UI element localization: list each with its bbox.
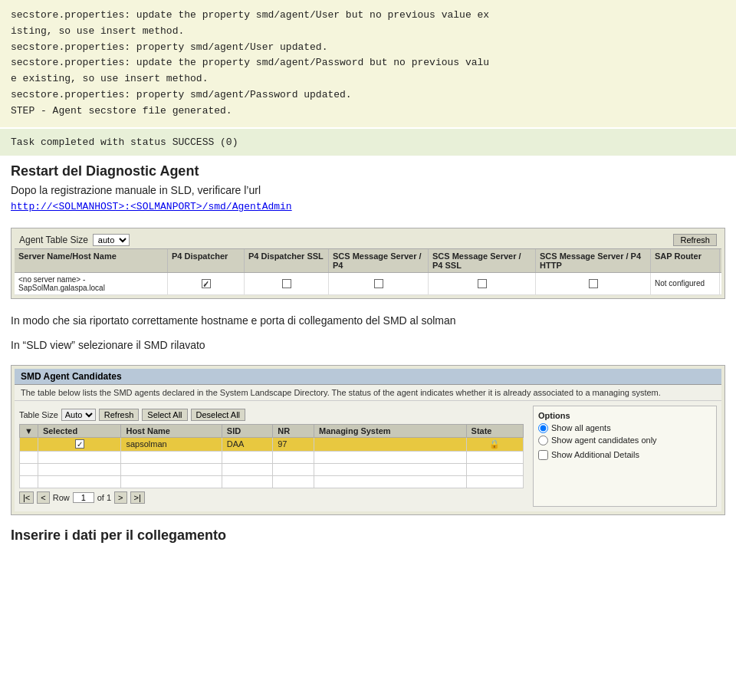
code-line-7: STEP - Agent secstore file generated. [11, 104, 725, 120]
col-managing-system: Managing System [314, 424, 467, 437]
col-filter-icon: ▼ [20, 424, 38, 437]
success-text: Task completed with status SUCCESS (0) [11, 136, 238, 148]
scs-checkbox [374, 279, 383, 288]
col-scs-msg-server-http: SCS Message Server / P4 HTTP [536, 249, 651, 272]
agent-row-p4ssl [245, 273, 329, 294]
sld-table-header-row: ▼ Selected Host Name SID NR Managing Sys… [20, 424, 524, 437]
agent-table-screenshot: Agent Table Size auto Refresh Server Nam… [11, 228, 725, 299]
row-host-cell: sapsolman [121, 437, 222, 451]
pag-first-button[interactable]: |< [19, 491, 34, 504]
sld-title-bar: SMD Agent Candidates [15, 369, 721, 385]
code-block: secstore.properties: update the property… [0, 0, 736, 127]
agent-table-toolbar: Agent Table Size auto Refresh [15, 232, 721, 248]
sld-toolbar: Table Size Auto Refresh Select All Desel… [19, 406, 524, 424]
sld-left: Table Size Auto Refresh Select All Desel… [15, 401, 528, 511]
radio-show-all[interactable] [538, 423, 548, 433]
pag-prev-button[interactable]: < [37, 491, 49, 504]
row-checkbox-checked: ✓ [75, 439, 84, 449]
scshttp-checkbox [589, 279, 598, 288]
agent-table-size-label: Agent Table Size [19, 235, 88, 245]
scsssl-checkbox [478, 279, 487, 288]
agent-row-scs [329, 273, 429, 294]
pag-row-label: Row [53, 493, 70, 502]
agent-table-wrap: Agent Table Size auto Refresh Server Nam… [12, 228, 724, 298]
sld-table-row-empty-2 [20, 463, 524, 475]
col-server-name: Server Name/Host Name [15, 249, 168, 272]
row-selected-cell: ✓ [38, 437, 121, 451]
agent-table-toolbar-left: Agent Table Size auto [19, 234, 130, 246]
row-filter-cell [20, 437, 38, 451]
sld-table-row-empty-1 [20, 451, 524, 463]
agent-table-size-select[interactable]: auto [93, 234, 130, 246]
code-line-6: secstore.properties: property smd/agent/… [11, 87, 725, 104]
agent-row-saprouter: Not configured [651, 273, 720, 294]
col-state: State [466, 424, 523, 437]
sld-view-text: In “SLD view” selezionare il SMD rilavat… [11, 339, 725, 351]
checkbox-additional-details-label: Show Additional Details [551, 450, 639, 459]
pag-next-button[interactable]: > [114, 491, 127, 504]
section-restart-link[interactable]: http://<SOLMANHOST>:<SOLMANPORT>/smd/Age… [11, 201, 292, 212]
p4ssl-checkbox [282, 279, 291, 288]
sld-description: The table below lists the SMD agents dec… [15, 385, 721, 401]
sld-deselect-all-button[interactable]: Deselect All [191, 409, 245, 421]
agent-row-p4: ✓ [168, 273, 245, 294]
col-nr: NR [273, 424, 314, 437]
success-block: Task completed with status SUCCESS (0) [0, 129, 736, 156]
agent-table-refresh-button[interactable]: Refresh [673, 234, 717, 246]
bottom-section: Inserire i dati per il collegamento [0, 520, 736, 551]
sld-table-row-empty-3 [20, 475, 524, 488]
sld-main-table: ▼ Selected Host Name SID NR Managing Sys… [19, 424, 524, 488]
section-sld-view: In “SLD view” selezionare il SMD rilavat… [0, 337, 736, 357]
sld-options-panel: Options Show all agents Show agent candi… [533, 406, 717, 507]
p4-checkbox: ✓ [202, 279, 211, 288]
col-scs-msg-server-ssl: SCS Message Server / P4 SSL [429, 249, 536, 272]
sld-checkbox-row[interactable]: Show Additional Details [538, 450, 711, 460]
sld-pagination: |< < Row of 1 > >| [19, 488, 524, 507]
agent-table-header: Server Name/Host Name P4 Dispatcher P4 D… [15, 248, 721, 273]
pag-last-button[interactable]: >| [130, 491, 145, 504]
section-restart-text: Dopo la registrazione manuale in SLD, ve… [11, 184, 725, 196]
code-line-1: secstore.properties: update the property… [11, 8, 725, 24]
sld-options-title: Options [538, 411, 711, 420]
sld-radio-row-1[interactable]: Show all agents [538, 423, 711, 433]
sld-body: Table Size Auto Refresh Select All Desel… [15, 401, 721, 511]
hostname-check-text: In modo che sia riportato correttamente … [11, 314, 725, 327]
col-p4-dispatcher: P4 Dispatcher [168, 249, 245, 272]
col-sid: SID [222, 424, 272, 437]
row-sid-cell: DAA [222, 437, 272, 451]
col-selected: Selected [38, 424, 121, 437]
col-scs-msg-server: SCS Message Server / P4 [329, 249, 429, 272]
sld-container: SMD Agent Candidates The table below lis… [12, 366, 724, 514]
sld-table-row-selected[interactable]: ✓ sapsolman DAA 97 🔒 [20, 437, 524, 451]
code-line-3: secstore.properties: property smd/agent/… [11, 40, 725, 56]
col-p4-dispatcher-ssl: P4 Dispatcher SSL [245, 249, 329, 272]
radio-candidates-only-label: Show agent candidates only [551, 435, 657, 445]
code-line-2: isting, so use insert method. [11, 24, 725, 40]
section-restart-heading: Restart del Diagnostic Agent [11, 163, 725, 179]
sld-screenshot: SMD Agent Candidates The table below lis… [11, 365, 725, 515]
code-line-5: e existing, so use insert method. [11, 71, 725, 87]
sld-select-all-button[interactable]: Select All [142, 409, 187, 421]
agent-table-row: <no server name> - SapSolMan.galaspa.loc… [15, 273, 721, 295]
code-line-4: secstore.properties: update the property… [11, 55, 725, 71]
radio-show-all-label: Show all agents [551, 423, 611, 432]
sld-refresh-button[interactable]: Refresh [99, 409, 140, 421]
agent-row-scsssl [429, 273, 536, 294]
row-state-cell: 🔒 [466, 437, 523, 451]
agent-row-scshttp [536, 273, 651, 294]
row-managing-cell [314, 437, 467, 451]
section-restart: Restart del Diagnostic Agent Dopo la reg… [0, 156, 736, 220]
pag-of-label: of 1 [97, 493, 111, 502]
bottom-heading: Inserire i dati per il collegamento [11, 527, 725, 544]
radio-candidates-only[interactable] [538, 435, 548, 445]
agent-row-name: <no server name> - SapSolMan.galaspa.loc… [15, 273, 168, 294]
section-hostname-check: In modo che sia riportato correttamente … [0, 307, 736, 337]
checkbox-additional-details[interactable] [538, 450, 548, 460]
sld-radio-row-2[interactable]: Show agent candidates only [538, 435, 711, 445]
table-size-label: Table Size [19, 410, 58, 419]
col-host-name: Host Name [121, 424, 222, 437]
row-nr-cell: 97 [273, 437, 314, 451]
col-sap-router: SAP Router [651, 249, 720, 272]
pag-current-input[interactable] [73, 492, 94, 503]
table-size-select[interactable]: Auto [61, 409, 96, 421]
